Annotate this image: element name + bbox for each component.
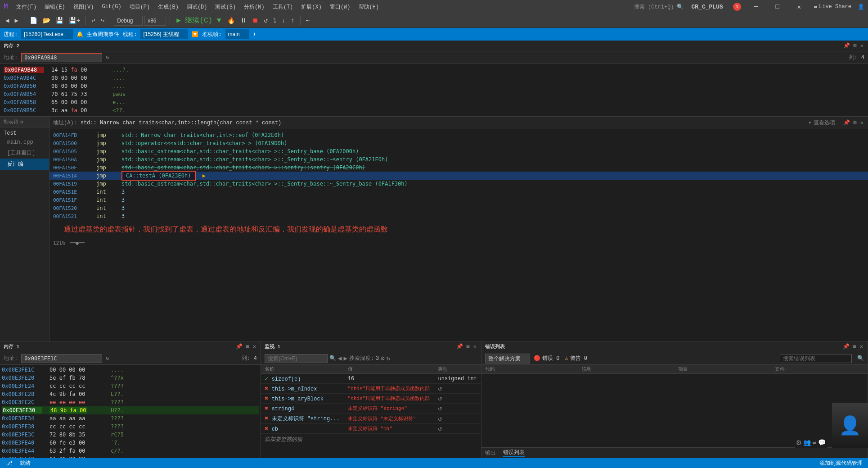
refresh-3[interactable]: ↺ (438, 405, 441, 412)
pin-icon4[interactable]: 📌 (455, 342, 464, 351)
warning-count-label: 警告 0 (570, 354, 587, 362)
close-panel-icon[interactable]: ✕ (859, 41, 864, 50)
refresh-icon2[interactable]: ↻ (106, 355, 109, 362)
watch-name-3: string4 (272, 406, 294, 412)
refresh-1[interactable]: ↺ (438, 385, 441, 392)
refresh-4[interactable]: ↺ (438, 415, 441, 423)
save-all-button[interactable]: 💾+ (67, 16, 82, 25)
disasm-item[interactable]: 反汇编 (0, 159, 49, 170)
mem2-bytes-5: 3c aa fa 00 (51, 107, 105, 114)
menu-project[interactable]: 项目(P) (126, 2, 154, 12)
float-icon3[interactable]: ⊞ (245, 342, 250, 351)
menu-debug[interactable]: 调试(D) (183, 2, 211, 12)
hot-reload-button[interactable]: 🔥 (225, 16, 237, 25)
watch-name-2: this->m_aryBlock (272, 396, 324, 402)
menu-analyze[interactable]: 分析(N) (240, 2, 268, 12)
redo-button[interactable]: ↪ (99, 16, 106, 25)
menu-view[interactable]: 视图(V) (70, 2, 98, 12)
maximize-button[interactable]: □ (767, 0, 788, 14)
pin-icon5[interactable]: 📌 (842, 342, 850, 351)
menu-build[interactable]: 生成(B) (154, 2, 182, 12)
minimize-button[interactable]: ─ (746, 0, 766, 14)
mem1-bytes-0: 00 00 00 00 (49, 367, 103, 373)
user-icon2[interactable]: 👥 (803, 439, 811, 446)
watch-search-input[interactable] (265, 354, 328, 363)
zoom-slider[interactable]: ━━●━━ (70, 240, 85, 246)
error-tab[interactable]: 错误列表 (503, 449, 525, 457)
watch-forward-button[interactable]: ▶ (343, 354, 347, 362)
pause-button[interactable]: ⏸ (238, 16, 248, 25)
live-share-button[interactable]: ⇌ Live Share (810, 3, 855, 11)
watch-type-0: unsigned int (434, 374, 481, 384)
close-panel-icon4[interactable]: ✕ (472, 342, 477, 351)
menu-test[interactable]: 测试(S) (211, 2, 239, 12)
error-count: 🔴 错误 0 ⚠ 警告 0 (534, 354, 587, 362)
platform-dropdown[interactable]: x86 (144, 16, 166, 26)
menu-tools[interactable]: 工具(T) (269, 2, 297, 12)
open-button[interactable]: 📂 (41, 16, 52, 25)
refresh-watch-icon[interactable]: ↻ (387, 354, 390, 362)
thread-dropdown[interactable]: [15256] 主线程 (140, 29, 188, 39)
output-tab[interactable]: 输出 (485, 449, 496, 457)
menu-extensions[interactable]: 扩展(X) (297, 2, 325, 12)
depth-icon[interactable]: ⚙ (381, 354, 384, 362)
feedback-icon[interactable]: 💬 (818, 439, 826, 446)
more-button[interactable]: ⋯ (304, 16, 311, 25)
pin-icon2[interactable]: 📌 (842, 118, 851, 127)
float-icon[interactable]: ⊞ (853, 41, 858, 50)
stack-dropdown[interactable]: main (225, 29, 249, 39)
restart-button[interactable]: ↺ (262, 16, 269, 25)
step-out-button[interactable]: ↑ (289, 16, 296, 25)
pin-icon3[interactable]: 📌 (235, 342, 243, 351)
status-add-source[interactable]: 添加到源代码管理 (819, 459, 863, 467)
mem2-ascii-4: e... (112, 99, 126, 105)
float-icon4[interactable]: ⊞ (466, 342, 471, 351)
search-errors-input[interactable] (780, 354, 852, 363)
new-file-button[interactable]: 📄 (28, 16, 39, 25)
step-into-button[interactable]: ↓ (280, 16, 287, 25)
settings-icon2[interactable]: ⚙ (796, 437, 801, 447)
search-icon2[interactable]: 🔍 (329, 355, 336, 362)
undo-button[interactable]: ↩ (90, 16, 97, 25)
memory2-addr-input[interactable] (21, 53, 102, 62)
memory1-addr-input[interactable] (21, 354, 102, 363)
debug-config-dropdown[interactable]: Debug (114, 16, 143, 26)
search-errors-icon[interactable]: 🔍 (857, 355, 864, 362)
mem2-ascii-5: <??. (112, 107, 126, 114)
process-dropdown[interactable]: [15260] Test.exe (21, 29, 73, 39)
watch-add-item[interactable]: 添加要监视的项 (261, 434, 481, 445)
pin-icon[interactable]: 📌 (842, 41, 851, 50)
stop-button[interactable]: ⏹ (250, 16, 260, 25)
menu-help[interactable]: 帮助(H) (355, 2, 383, 12)
refresh-5[interactable]: ↺ (438, 425, 441, 432)
settings-icon[interactable]: ⚙ (20, 119, 23, 125)
step-over-button[interactable]: ⤵ (271, 16, 278, 25)
tools-window-item[interactable]: [工具窗口] (0, 147, 49, 159)
save-button[interactable]: 💾 (54, 16, 65, 25)
close-panel-icon5[interactable]: ✕ (859, 342, 864, 351)
back-button[interactable]: ◀ (4, 16, 11, 25)
menu-git[interactable]: Git(G) (98, 3, 125, 11)
share-icon[interactable]: ⇌ (813, 439, 816, 446)
mem1-ascii-6: ???? (111, 415, 124, 422)
float-icon5[interactable]: ⊞ (852, 342, 857, 351)
close-panel-icon2[interactable]: ✕ (859, 118, 864, 127)
continue-button[interactable]: ▶ 继续(C) ▼ (174, 15, 224, 26)
menu-window[interactable]: 窗口(W) (326, 2, 354, 12)
forward-button[interactable]: ▶ (13, 16, 20, 25)
refresh-2[interactable]: ↺ (438, 395, 441, 402)
main-cpp-item[interactable]: main.cpp (0, 137, 49, 147)
menu-file[interactable]: 文件(F) (13, 2, 40, 12)
watch-back-button[interactable]: ◀ (338, 354, 342, 362)
refresh-icon[interactable]: ↻ (106, 54, 109, 61)
close-panel-icon3[interactable]: ✕ (252, 342, 257, 351)
float-icon2[interactable]: ⊞ (853, 118, 858, 127)
memory1-col-label: 列: (242, 354, 250, 362)
mem1-row-0: 0x00E3FE1C 00 00 00 00 .... (2, 366, 259, 374)
mem1-bytes-7: cc cc cc cc (49, 423, 103, 430)
close-button[interactable]: ✕ (789, 0, 810, 14)
view-options[interactable]: ▾ 查看选项 (808, 119, 835, 127)
error-filter-dropdown[interactable]: 整个解决方案 (485, 354, 530, 363)
menu-edit[interactable]: 编辑(E) (41, 2, 69, 12)
disasm-row-10: 00FA1521 int 3 (49, 212, 868, 220)
